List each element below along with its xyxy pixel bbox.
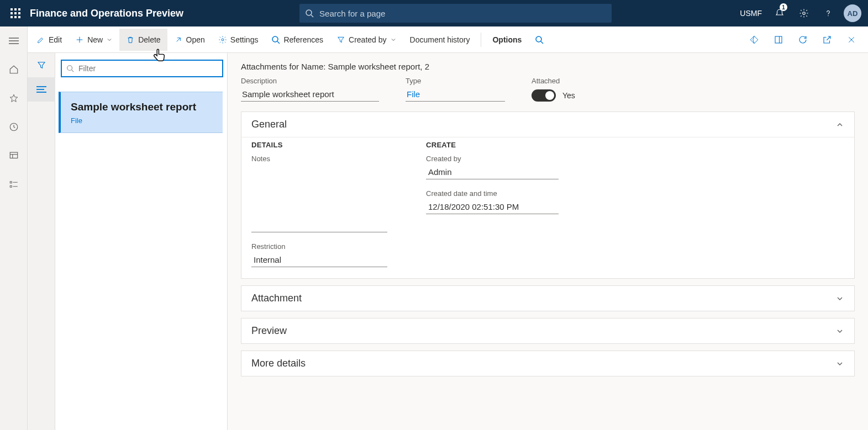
filter-input[interactable] [78,64,218,73]
action-separator [481,33,481,47]
panel-attachment: Attachment [241,285,855,311]
notes-input[interactable] [251,166,387,232]
new-button[interactable]: New [69,29,119,51]
created-by-label: Created by [349,35,386,44]
edit-label: Edit [49,35,62,44]
svg-point-20 [536,36,541,42]
search-icon [535,35,544,44]
restriction-value[interactable]: Internal [251,253,387,267]
svg-line-1 [311,15,313,17]
avatar-initials: AD [844,4,861,22]
edit-button[interactable]: Edit [30,29,69,51]
left-rail [0,26,28,430]
panel-more-header[interactable]: More details [241,351,854,376]
nav-workspaces[interactable] [1,145,27,167]
svg-line-30 [72,70,74,72]
delete-label: Delete [138,35,160,44]
list-subrail [28,53,55,430]
list-column: Sample worksheet report File [55,53,228,430]
nav-favorites[interactable] [1,87,27,109]
attached-value: Yes [562,91,575,100]
type-value[interactable]: File [406,87,505,102]
panel-more-title: More details [251,358,306,369]
popout-button[interactable] [815,29,839,51]
created-by-value[interactable]: Admin [426,165,559,179]
detail-header: Attachments for Name: Sample worksheet r… [241,62,855,71]
open-button[interactable]: Open [167,29,212,51]
notifications-button[interactable]: 1 [769,0,791,26]
chevron-up-icon [835,120,844,129]
panel-attachment-header[interactable]: Attachment [241,286,854,311]
top-nav: Finance and Operations Preview Search fo… [0,0,868,26]
panel-preview-header[interactable]: Preview [241,318,854,343]
svg-rect-11 [10,182,12,183]
diamond-icon [749,35,759,45]
created-by-label: Created by [426,155,559,163]
popout-icon [822,35,832,45]
refresh-icon [798,35,808,45]
toggle-knob [545,91,554,100]
app-launcher[interactable] [4,8,27,18]
gear-icon [218,35,227,44]
workspace-icon [9,151,19,161]
chevron-down-icon [835,359,844,368]
gear-icon [799,8,809,18]
subrail-filter-button[interactable] [28,53,55,77]
svg-line-19 [277,41,280,44]
filter-icon [336,35,345,44]
nav-home[interactable] [1,59,27,81]
notes-label: Notes [251,155,387,163]
details-group: DETAILS Notes Restriction Internal [251,141,387,267]
created-by-button[interactable]: Created by [330,29,403,51]
panel-preview-title: Preview [251,325,287,337]
close-icon [847,35,856,44]
svg-rect-8 [10,152,18,158]
nav-expand-button[interactable] [1,30,27,52]
hamburger-icon [9,37,19,45]
settings-label: Settings [230,35,259,44]
create-group: CREATE Created by Admin Created date and… [426,141,559,267]
find-button[interactable] [528,29,550,51]
open-arrow-icon [174,35,183,44]
list-item[interactable]: Sample worksheet report File [59,92,223,133]
settings-button[interactable] [793,0,815,26]
subrail-list-button[interactable] [28,77,55,102]
description-value[interactable]: Sample worksheet report [241,87,379,102]
search-box[interactable]: Search for a page [299,4,612,23]
chevron-down-icon [390,36,397,43]
options-button[interactable]: Options [486,29,528,51]
clock-icon [9,122,19,132]
details-group-title: DETAILS [251,141,387,149]
close-button[interactable] [839,29,864,51]
attached-toggle[interactable] [532,89,556,102]
company-code[interactable]: USMF [740,9,762,18]
panel-preview: Preview [241,318,855,344]
settings-button[interactable]: Settings [212,29,265,51]
svg-rect-22 [775,36,782,43]
panel-attachment-title: Attachment [251,293,302,304]
options-label: Options [492,35,522,44]
personalize-button[interactable] [742,29,766,51]
delete-button[interactable]: Delete [119,29,167,51]
user-avatar[interactable]: AD [841,0,864,26]
modules-icon [9,179,19,189]
chevron-down-icon [835,294,844,303]
refresh-button[interactable] [791,29,815,51]
references-button[interactable]: References [265,29,330,51]
search-icon [66,65,74,72]
svg-point-17 [222,39,224,41]
page-options-button[interactable] [766,29,791,51]
search-placeholder: Search for a page [319,9,385,18]
help-button[interactable] [817,0,839,26]
list-filter-box[interactable] [61,60,223,77]
nav-modules[interactable] [1,173,27,195]
create-group-title: CREATE [426,141,559,149]
panel-general-header[interactable]: General [241,112,854,137]
document-history-button[interactable]: Document history [403,29,477,51]
svg-point-29 [67,66,72,71]
plus-icon [75,35,84,44]
nav-recent[interactable] [1,116,27,138]
list-item-title: Sample worksheet report [71,101,213,113]
chevron-down-icon [106,36,113,43]
created-dt-value[interactable]: 12/18/2020 02:51:30 PM [426,200,559,214]
